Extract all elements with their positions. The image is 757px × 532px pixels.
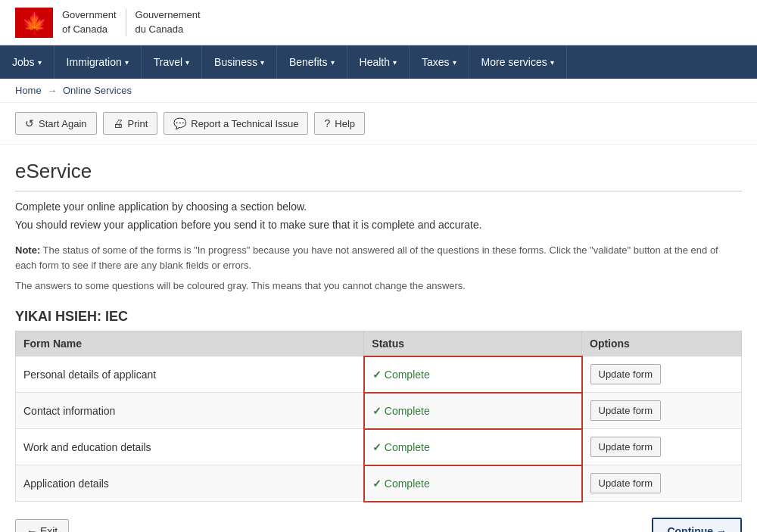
form-name-cell: Personal details of applicant <box>16 356 364 393</box>
nav-more-services[interactable]: More services ▾ <box>469 45 567 79</box>
status-complete-label: ✓Complete <box>372 405 574 417</box>
checkmark-icon: ✓ <box>372 478 382 490</box>
table-row: Contact information✓CompleteUpdate form <box>16 393 742 429</box>
gov-name-en: Government of Canada <box>62 8 117 36</box>
options-cell: Update form <box>582 429 742 465</box>
options-cell: Update form <box>582 356 742 393</box>
refresh-icon: ↺ <box>25 117 34 129</box>
forms-table: Form Name Status Options Personal detail… <box>15 331 742 502</box>
main-navigation: Jobs ▾ Immigration ▾ Travel ▾ Business ▾… <box>0 45 757 79</box>
site-header: 🍁 Government of Canada Gouvernement du C… <box>0 0 757 45</box>
gray-note: The answers to some questions will be co… <box>15 278 742 294</box>
breadcrumb-online-services[interactable]: Online Services <box>63 85 132 96</box>
checkmark-icon: ✓ <box>372 441 382 453</box>
description-1: Complete your online application by choo… <box>15 201 742 213</box>
help-button[interactable]: ? Help <box>314 112 365 135</box>
note-label: Note: <box>15 244 40 256</box>
continue-button[interactable]: Continue → <box>652 518 742 533</box>
breadcrumb-home[interactable]: Home <box>15 85 42 96</box>
main-content: eService Complete your online applicatio… <box>0 145 757 532</box>
caret-icon: ▾ <box>393 58 397 67</box>
exit-button[interactable]: ← Exit <box>15 519 69 533</box>
table-row: Personal details of applicant✓CompleteUp… <box>16 356 742 393</box>
form-name-cell: Work and education details <box>16 429 364 465</box>
government-logo: 🍁 Government of Canada Gouvernement du C… <box>15 8 201 38</box>
help-icon: ? <box>324 117 330 129</box>
caret-icon: ▾ <box>260 58 264 67</box>
nav-business[interactable]: Business ▾ <box>202 45 277 79</box>
caret-icon: ▾ <box>550 58 554 67</box>
start-again-button[interactable]: ↺ Start Again <box>15 112 97 135</box>
bottom-actions: ← Exit Continue → <box>15 518 742 533</box>
svg-text:🍁: 🍁 <box>21 11 48 36</box>
caret-icon: ▾ <box>185 58 189 67</box>
nav-jobs[interactable]: Jobs ▾ <box>0 45 55 79</box>
table-row: Application details✓CompleteUpdate form <box>16 465 742 502</box>
status-cell: ✓Complete <box>364 465 582 502</box>
status-complete-label: ✓Complete <box>372 478 574 490</box>
form-name-cell: Contact information <box>16 393 364 429</box>
nav-immigration[interactable]: Immigration ▾ <box>55 45 142 79</box>
caret-icon: ▾ <box>125 58 129 67</box>
nav-travel[interactable]: Travel ▾ <box>142 45 202 79</box>
col-status: Status <box>364 331 582 356</box>
status-cell: ✓Complete <box>364 429 582 465</box>
gov-name-fr: Gouvernement du Canada <box>126 8 201 36</box>
note-text: The status of some of the forms is "In p… <box>15 244 718 271</box>
chat-icon: 💬 <box>173 117 186 129</box>
caret-icon: ▾ <box>453 58 456 67</box>
table-row: Work and education details✓CompleteUpdat… <box>16 429 742 465</box>
section-title: YIKAI HSIEH: IEC <box>15 309 742 325</box>
col-options: Options <box>582 331 742 356</box>
breadcrumb: Home → Online Services <box>0 79 757 103</box>
caret-icon: ▾ <box>38 58 42 67</box>
nav-health[interactable]: Health ▾ <box>347 45 410 79</box>
form-name-cell: Application details <box>16 465 364 502</box>
nav-benefits[interactable]: Benefits ▾ <box>277 45 347 79</box>
status-complete-label: ✓Complete <box>372 441 574 453</box>
print-icon: 🖨 <box>113 117 123 129</box>
nav-taxes[interactable]: Taxes ▾ <box>410 45 469 79</box>
update-form-button[interactable]: Update form <box>590 473 662 493</box>
action-toolbar: ↺ Start Again 🖨 Print 💬 Report a Technic… <box>0 103 757 145</box>
note-box: Note: The status of some of the forms is… <box>15 243 742 294</box>
status-complete-label: ✓Complete <box>372 369 574 381</box>
maple-leaf-icon: 🍁 <box>15 8 53 38</box>
col-form-name: Form Name <box>16 331 364 356</box>
description-2: You should review your application befor… <box>15 219 742 231</box>
update-form-button[interactable]: Update form <box>590 400 662 421</box>
update-form-button[interactable]: Update form <box>590 437 662 457</box>
page-title: eService <box>15 160 742 191</box>
update-form-button[interactable]: Update form <box>590 364 662 384</box>
status-cell: ✓Complete <box>364 356 582 393</box>
status-cell: ✓Complete <box>364 393 582 429</box>
caret-icon: ▾ <box>331 58 335 67</box>
breadcrumb-separator: → <box>47 85 57 96</box>
report-issue-button[interactable]: 💬 Report a Technical Issue <box>164 112 308 135</box>
options-cell: Update form <box>582 465 742 502</box>
checkmark-icon: ✓ <box>372 405 382 417</box>
checkmark-icon: ✓ <box>372 369 382 381</box>
options-cell: Update form <box>582 393 742 429</box>
print-button[interactable]: 🖨 Print <box>103 112 158 135</box>
